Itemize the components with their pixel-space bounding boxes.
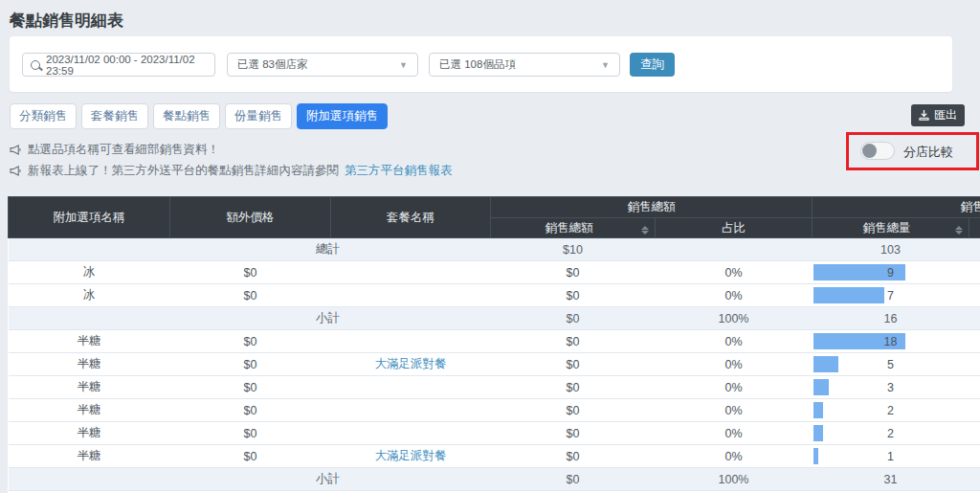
extra-price: $0 (170, 376, 331, 399)
addon-name-link[interactable]: 冰 (83, 288, 96, 302)
group-header-sales-qty: 銷售總量 (813, 197, 980, 218)
qty-value: 2 (887, 404, 894, 417)
qty-cell: 1 (813, 445, 969, 468)
combo-name (331, 261, 491, 284)
qty-cell: 3 (813, 376, 969, 399)
qty-bar (813, 379, 829, 395)
combo-name-link[interactable]: 大滿足派對餐 (375, 449, 447, 462)
announcement-text: 點選品項名稱可查看細部銷售資料！ (28, 142, 219, 158)
qty-cell: 18 (813, 330, 969, 353)
ratio: 0% (656, 261, 813, 284)
ratio: 0% (656, 445, 813, 468)
col-header-cutoff (969, 218, 980, 238)
subtotal-label: 小計 (9, 468, 491, 491)
table-row: 半糖 $0 $0 0% 2 (9, 399, 980, 422)
qty-cell: 5 (813, 353, 969, 376)
sales-amount: $0 (491, 284, 656, 307)
col-header-sales-amount[interactable]: 銷售總額 (491, 218, 656, 238)
table-row: 半糖 $0 $0 0% 18 (9, 330, 980, 353)
col-header-combo-name: 套餐名稱 (331, 197, 491, 238)
combo-name (331, 330, 491, 353)
sales-amount: $0 (491, 376, 656, 399)
total-label: 總計 (9, 238, 491, 261)
sales-amount: $0 (491, 330, 656, 353)
combo-name (331, 284, 491, 307)
qty-value: 5 (887, 358, 894, 371)
ratio: 0% (656, 376, 813, 399)
combo-name-link[interactable]: 大滿足派對餐 (375, 357, 447, 370)
branch-compare-toggle[interactable] (860, 142, 895, 160)
date-range-input[interactable]: 2023/11/02 00:00 - 2023/11/02 23:59 (22, 53, 215, 77)
subtotal-ratio: 100% (656, 468, 813, 491)
report-tabs: 分類銷售 套餐銷售 餐點銷售 份量銷售 附加選項銷售 (10, 103, 388, 129)
search-button[interactable]: 查詢 (630, 53, 675, 77)
search-icon (31, 60, 40, 70)
addon-name-link[interactable]: 冰 (83, 265, 96, 279)
addon-name-link[interactable]: 半糖 (78, 449, 101, 462)
subtotal-ratio: 100% (656, 307, 813, 330)
combo-name: 大滿足派對餐 (331, 445, 491, 468)
tab-category-sales[interactable]: 分類銷售 (10, 103, 77, 129)
addon-name-link[interactable]: 半糖 (78, 357, 101, 370)
store-select-value: 已選 83個店家 (237, 57, 308, 72)
page-title: 餐點銷售明細表 (10, 10, 123, 32)
item-select-value: 已選 108個品項 (439, 57, 516, 72)
subtotal-row: 小計 $0 100% 16 (9, 307, 980, 330)
total-row: 總計 $10 103 (9, 238, 980, 261)
download-icon (919, 110, 929, 121)
col-header-ratio: 占比 (656, 218, 813, 238)
total-amount: $10 (491, 238, 656, 261)
third-party-report-link[interactable]: 第三方平台銷售報表 (345, 163, 453, 179)
table-row: 冰 $0 $0 0% 9 (9, 261, 980, 284)
addon-name-link[interactable]: 半糖 (78, 334, 101, 347)
total-ratio (656, 238, 813, 261)
megaphone-icon (10, 166, 22, 176)
group-header-sales-amount: 銷售總額 (491, 197, 813, 218)
item-select[interactable]: 已選 108個品項 ▼ (429, 53, 620, 77)
table-row: 半糖 $0 $0 0% 2 (9, 422, 980, 445)
sort-icon[interactable] (955, 226, 963, 235)
sales-amount: $0 (491, 261, 656, 284)
export-button[interactable]: 匯出 (911, 104, 965, 126)
ratio: 0% (656, 284, 813, 307)
subtotal-label: 小計 (9, 307, 491, 330)
col-header-sales-qty[interactable]: 銷售總量 (813, 218, 969, 238)
addon-name-link[interactable]: 半糖 (78, 380, 101, 393)
announcement-row: 新報表上線了！第三方外送平台的餐點銷售詳細內容請參閱第三方平台銷售報表 (10, 163, 453, 179)
ratio: 0% (656, 330, 813, 353)
subtotal-qty: 16 (813, 307, 969, 330)
announcement-row: 點選品項名稱可查看細部銷售資料！ (10, 142, 219, 158)
store-select[interactable]: 已選 83個店家 ▼ (227, 53, 418, 77)
filter-bar: 2023/11/02 00:00 - 2023/11/02 23:59 已選 8… (10, 36, 952, 92)
total-qty: 103 (813, 238, 969, 261)
sales-table: 附加選項名稱 額外價格 套餐名稱 銷售總額 銷售總量 銷售總額 占比 銷售總量 … (8, 196, 980, 493)
sort-icon[interactable] (641, 226, 649, 235)
tab-portion-sales[interactable]: 份量銷售 (225, 103, 292, 129)
extra-price: $0 (170, 261, 331, 284)
tab-combo-sales[interactable]: 套餐銷售 (81, 103, 148, 129)
qty-value: 18 (884, 335, 898, 348)
table-row: 冰 $0 $0 0% 7 (9, 284, 980, 307)
sales-amount: $0 (491, 445, 656, 468)
announcement-text: 新報表上線了！第三方外送平台的餐點銷售詳細內容請參閱 (28, 163, 339, 179)
tab-addon-sales[interactable]: 附加選項銷售 (297, 103, 388, 129)
tab-meal-sales[interactable]: 餐點銷售 (153, 103, 220, 129)
qty-value: 7 (887, 289, 894, 303)
table-row: 半糖 $0 $0 0% 3 (9, 376, 980, 399)
qty-value: 2 (887, 427, 894, 440)
date-range-value: 2023/11/02 00:00 - 2023/11/02 23:59 (46, 54, 207, 77)
qty-bar (813, 425, 824, 441)
subtotal-amount: $0 (491, 468, 656, 491)
sales-amount: $0 (491, 399, 656, 422)
extra-price: $0 (170, 399, 331, 422)
qty-value: 9 (887, 266, 894, 280)
qty-cell: 2 (813, 399, 969, 422)
subtotal-amount: $0 (491, 307, 656, 330)
addon-name-link[interactable]: 半糖 (78, 403, 101, 416)
sales-amount: $0 (491, 422, 656, 445)
qty-bar (813, 448, 819, 464)
addon-name-link[interactable]: 半糖 (78, 426, 101, 439)
ratio: 0% (656, 399, 813, 422)
extra-price: $0 (170, 445, 331, 468)
qty-value: 1 (887, 450, 894, 463)
